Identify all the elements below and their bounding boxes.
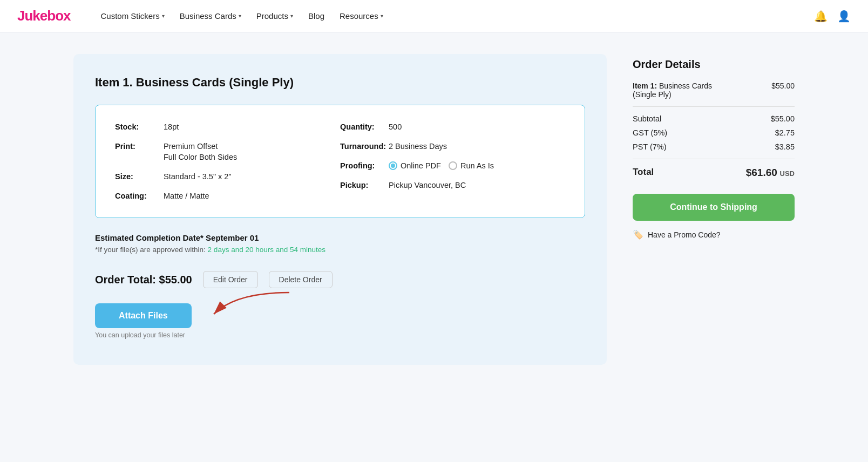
- proofing-run-as-is-label: Run As Is: [460, 161, 494, 170]
- completion-section: Estimated Completion Date* September 01 …: [95, 233, 585, 254]
- pickup-row: Pickup: Pickup Vancouver, BC: [340, 181, 565, 189]
- chevron-down-icon: ▾: [290, 13, 293, 19]
- subtotal-value: $55.00: [771, 114, 795, 123]
- order-sidebar: Order Details Item 1: Business Cards(Sin…: [633, 54, 795, 240]
- completion-label: Estimated Completion Date*: [95, 233, 204, 242]
- size-value: Standard - 3.5" x 2": [164, 172, 232, 181]
- stock-value: 18pt: [164, 123, 179, 131]
- print-label: Print:: [115, 142, 164, 151]
- proofing-row: Proofing: Online PDF Run As Is: [340, 161, 565, 170]
- promo-code-row[interactable]: 🏷️ Have a Promo Code?: [633, 229, 795, 240]
- pickup-value: Pickup Vancouver, BC: [389, 181, 466, 189]
- notification-bell-icon[interactable]: 🔔: [814, 10, 828, 23]
- pst-label: PST (7%): [633, 142, 667, 151]
- completion-highlight: 2 days and 20 hours and 54 minutes: [208, 246, 326, 254]
- promo-code-label: Have a Promo Code?: [648, 230, 721, 239]
- turnaround-row: Turnaround: 2 Business Days: [340, 142, 565, 151]
- gst-label: GST (5%): [633, 128, 667, 137]
- pst-value: $3.85: [775, 142, 795, 151]
- order-item-num: Item 1:: [633, 81, 657, 90]
- print-row: Print: Premium Offset Full Color Both Si…: [115, 142, 340, 161]
- pickup-label: Pickup:: [340, 181, 389, 189]
- quantity-label: Quantity:: [340, 123, 389, 131]
- stock-label: Stock:: [115, 123, 164, 131]
- completion-note: *If your file(s) are approved within: 2 …: [95, 246, 585, 254]
- chevron-down-icon: ▾: [381, 13, 383, 19]
- nav-custom-stickers[interactable]: Custom Stickers ▾: [94, 7, 171, 25]
- total-row: Total $61.60 USD: [633, 167, 795, 179]
- brand-logo[interactable]: Jukebox: [17, 8, 71, 24]
- turnaround-label: Turnaround:: [340, 142, 389, 151]
- order-line-label: Item 1: Business Cards(Single Ply): [633, 81, 712, 99]
- coating-row: Coating: Matte / Matte: [115, 192, 340, 200]
- radio-selected-icon: [389, 161, 397, 170]
- order-total-row: Order Total: $55.00 Edit Order Delete Or…: [95, 271, 585, 288]
- attach-files-section: Attach Files You can upload your files l…: [95, 303, 192, 339]
- completion-date-value: September 01: [206, 233, 259, 242]
- navbar: Jukebox Custom Stickers ▾ Business Cards…: [0, 0, 868, 32]
- nav-links: Custom Stickers ▾ Business Cards ▾ Produ…: [94, 7, 797, 25]
- quantity-value: 500: [389, 123, 402, 131]
- divider-2: [633, 159, 795, 159]
- edit-order-button[interactable]: Edit Order: [203, 271, 258, 288]
- subtotal-row: Subtotal $55.00: [633, 114, 795, 123]
- delete-order-button[interactable]: Delete Order: [269, 271, 333, 288]
- item-title: Item 1. Business Cards (Single Ply): [95, 76, 585, 90]
- coating-label: Coating:: [115, 192, 164, 200]
- proofing-run-as-is[interactable]: Run As Is: [449, 161, 494, 170]
- print-value: Premium Offset Full Color Both Sides: [164, 142, 237, 161]
- coupon-icon: 🏷️: [633, 229, 643, 240]
- quantity-row: Quantity: 500: [340, 123, 565, 131]
- subtotal-label: Subtotal: [633, 114, 661, 123]
- pst-row: PST (7%) $3.85: [633, 142, 795, 151]
- continue-to-shipping-button[interactable]: Continue to Shipping: [633, 194, 795, 221]
- total-value: $61.60 USD: [746, 167, 795, 179]
- chevron-down-icon: ▾: [239, 13, 241, 19]
- attach-files-button[interactable]: Attach Files: [95, 303, 192, 328]
- order-details-title: Order Details: [633, 58, 795, 71]
- order-total-text: Order Total: $55.00: [95, 274, 192, 286]
- page-layout: Item 1. Business Cards (Single Ply) Stoc…: [56, 32, 812, 386]
- arrow-decoration: [203, 287, 322, 330]
- nav-resources[interactable]: Resources ▾: [333, 7, 390, 25]
- divider-1: [633, 106, 795, 107]
- radio-unselected-icon: [449, 161, 457, 170]
- completion-date: Estimated Completion Date* September 01: [95, 233, 585, 242]
- turnaround-value: 2 Business Days: [389, 142, 447, 151]
- product-details-box: Stock: 18pt Print: Premium Offset Full C…: [95, 105, 585, 218]
- details-left-col: Stock: 18pt Print: Premium Offset Full C…: [115, 123, 340, 200]
- attach-files-note: You can upload your files later: [95, 331, 192, 339]
- order-line-price: $55.00: [771, 81, 795, 90]
- main-content: Item 1. Business Cards (Single Ply) Stoc…: [73, 54, 607, 365]
- coating-value: Matte / Matte: [164, 192, 209, 200]
- user-account-icon[interactable]: 👤: [837, 10, 851, 23]
- gst-value: $2.75: [775, 128, 795, 137]
- total-label: Total: [633, 167, 654, 179]
- nav-blog[interactable]: Blog: [302, 7, 331, 25]
- proofing-online-pdf[interactable]: Online PDF: [389, 161, 441, 170]
- chevron-down-icon: ▾: [162, 13, 165, 19]
- details-right-col: Quantity: 500 Turnaround: 2 Business Day…: [340, 123, 565, 200]
- size-label: Size:: [115, 172, 164, 181]
- nav-business-cards[interactable]: Business Cards ▾: [173, 7, 248, 25]
- completion-note-text: *If your file(s) are approved within:: [95, 246, 206, 254]
- proofing-online-pdf-label: Online PDF: [401, 161, 441, 170]
- nav-products[interactable]: Products ▾: [250, 7, 300, 25]
- stock-row: Stock: 18pt: [115, 123, 340, 131]
- navbar-actions: 🔔 👤: [814, 10, 851, 23]
- size-row: Size: Standard - 3.5" x 2": [115, 172, 340, 181]
- gst-row: GST (5%) $2.75: [633, 128, 795, 137]
- proofing-options: Online PDF Run As Is: [389, 161, 494, 170]
- proofing-label: Proofing:: [340, 161, 389, 170]
- order-line-item: Item 1: Business Cards(Single Ply) $55.0…: [633, 81, 795, 99]
